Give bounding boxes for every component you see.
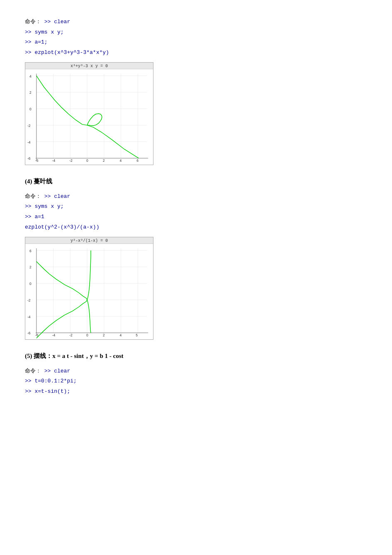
section-folium: 命令： >> clear >> syms x y; >> a=1; >> ezp… [25,17,367,165]
svg-text:6: 6 [136,158,139,163]
cmd-label-2-1: 命令： [25,193,41,199]
svg-text:-2: -2 [69,333,73,337]
cmd-label-3-1: 命令： [25,368,41,374]
command-block-3: 命令： >> clear >> t=0:0.1:2*pi; >> x=t-sin… [25,366,367,397]
svg-text:0: 0 [29,107,32,111]
cmd-line-2-1: 命令： >> clear [25,191,367,202]
svg-text:-4: -4 [27,140,31,144]
cmd-code-2-2: >> syms x y; [25,203,64,209]
plot-title-folium: x³+y³-3 x y = 0 [25,63,153,69]
cmd-line-4: >> ezplot(x^3+y^3-3*a*x*y) [25,48,367,58]
svg-text:4: 4 [120,333,122,337]
svg-text:2: 2 [29,265,32,269]
cmd-code-2: >> syms x y; [25,29,64,35]
section-title-cycloid: (5) 摆线：x = a t - sint，y = b 1 - cost [25,352,367,360]
svg-text:6: 6 [29,248,32,253]
section-cissoid: (4) 蔓叶线 命令： >> clear >> syms x y; >> a=1… [25,178,367,340]
cmd-line-2-4: ezplot(y^2-(x^3)/(a-x)) [25,222,367,233]
svg-text:-2: -2 [69,158,73,163]
svg-text:-2: -2 [27,124,31,128]
svg-text:0: 0 [86,158,88,163]
plot-folium: x³+y³-3 x y = 0 [25,62,153,165]
cmd-line-2-2: >> syms x y; [25,202,367,212]
cmd-line-2: >> syms x y; [25,27,367,38]
svg-text:2: 2 [103,158,105,163]
section-title-cissoid: (4) 蔓叶线 [25,178,367,185]
svg-text:-4: -4 [52,333,56,337]
svg-text:2: 2 [103,333,105,337]
svg-text:-2: -2 [27,298,31,302]
cmd-code-1: >> clear [41,19,70,25]
cmd-label-1: 命令： [25,18,41,24]
cmd-line-3: >> a=1; [25,37,367,48]
cmd-line-1: 命令： >> clear [25,17,367,27]
plot-area-folium: -6 -4 -2 0 2 4 6 -6 -4 -2 0 2 4 [25,69,153,165]
cmd-line-3-3: >> x=t-sin(t); [25,387,367,397]
svg-text:0: 0 [29,282,32,286]
cmd-code-3-2: >> t=0:0.1:2*pi; [25,378,77,384]
plot-area-cissoid: -6 -4 -2 0 2 4 5 -6 -4 -2 0 2 6 [25,244,153,339]
cmd-code-2-3: >> a=1 [25,214,44,220]
command-block-2: 命令： >> clear >> syms x y; >> a=1 ezplot(… [25,191,367,233]
svg-text:-4: -4 [27,314,31,319]
section-cycloid: (5) 摆线：x = a t - sint，y = b 1 - cost 命令：… [25,352,367,397]
cmd-line-2-3: >> a=1 [25,212,367,222]
svg-text:4: 4 [120,158,122,163]
cmd-line-3-1: 命令： >> clear [25,366,367,377]
svg-text:-6: -6 [27,331,31,335]
svg-text:-6: -6 [35,158,39,163]
cmd-line-3-2: >> t=0:0.1:2*pi; [25,376,367,387]
plot-svg-cissoid: -6 -4 -2 0 2 4 5 -6 -4 -2 0 2 6 [25,244,153,339]
cmd-code-3-1: >> clear [41,368,70,374]
svg-text:2: 2 [29,90,32,95]
svg-text:5: 5 [136,333,138,337]
cmd-code-3-3: >> x=t-sin(t); [25,388,70,394]
cmd-code-2-4: ezplot(y^2-(x^3)/(a-x)) [25,224,99,230]
svg-text:-4: -4 [52,158,56,163]
cmd-code-2-1: >> clear [41,193,70,200]
svg-text:-6: -6 [27,156,31,161]
plot-title-cissoid: y²-x³/(1-x) = 0 [25,237,153,244]
svg-text:0: 0 [86,333,88,337]
plot-svg-folium: -6 -4 -2 0 2 4 6 -6 -4 -2 0 2 4 [25,69,153,165]
cmd-code-4: >> ezplot(x^3+y^3-3*a*x*y) [25,49,109,56]
plot-cissoid: y²-x³/(1-x) = 0 [25,237,153,340]
svg-text:4: 4 [29,74,32,78]
cmd-code-3: >> a=1; [25,39,48,45]
command-block-1: 命令： >> clear >> syms x y; >> a=1; >> ezp… [25,17,367,58]
